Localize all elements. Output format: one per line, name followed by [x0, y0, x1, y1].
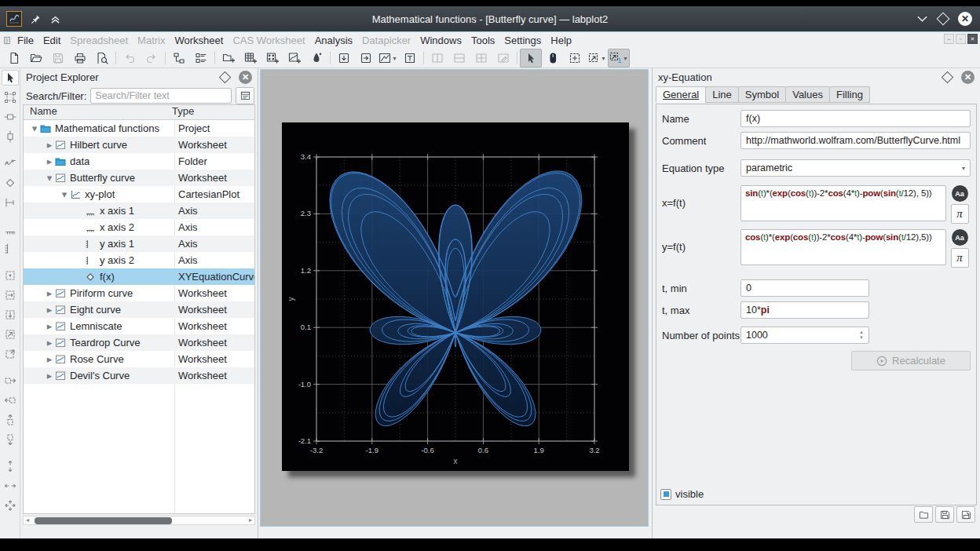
tree-row[interactable]: ▸LemniscateWorksheet: [24, 318, 254, 334]
search-input[interactable]: [90, 88, 232, 104]
toolbar-new-note-button[interactable]: [305, 49, 327, 68]
toolbar-new-spreadsheet-button[interactable]: [240, 49, 261, 68]
close-icon[interactable]: ✕: [958, 12, 972, 26]
toolbar-undo-button[interactable]: [119, 49, 141, 68]
float-panel-icon[interactable]: [942, 71, 954, 84]
expand-closed-icon[interactable]: ▸: [45, 287, 54, 299]
column-header-type[interactable]: Type: [168, 105, 194, 119]
plot-tool-shift-down-button[interactable]: [2, 432, 19, 447]
spinner-arrows-icon[interactable]: ▲▼: [859, 330, 864, 340]
expand-closed-icon[interactable]: ▸: [45, 370, 54, 381]
scroll-left-icon[interactable]: ◂: [24, 517, 31, 524]
close-panel-icon[interactable]: ✕: [239, 71, 252, 84]
toolbar-select-mode-button[interactable]: [520, 49, 542, 68]
y-equation-field[interactable]: cos(t)*(exp(cos(t))-2*cos(4*t)-pow(sin(t…: [740, 229, 946, 265]
menu-datapicker[interactable]: Datapicker: [357, 34, 415, 47]
tree-header[interactable]: Name Type: [24, 105, 254, 120]
insert-constant-button[interactable]: π: [951, 204, 969, 224]
plot-tool-zoom-select-button[interactable]: [2, 268, 19, 283]
tree-row[interactable]: y axis 2Axis: [24, 252, 254, 268]
filter-options-button[interactable]: [236, 87, 254, 104]
toolbar-new-document-button[interactable]: [3, 49, 25, 68]
tree-row[interactable]: ▸Piriform curveWorksheet: [24, 285, 254, 301]
plot-tool-scale-auto-button[interactable]: [2, 498, 19, 513]
plot-tool-box-h-range-button[interactable]: [2, 109, 19, 125]
plot-tool-zoom-fit-button[interactable]: [2, 327, 19, 342]
expand-open-icon[interactable]: ▾: [45, 172, 54, 184]
menu-windows[interactable]: Windows: [415, 34, 466, 47]
plot-tool-zoom-y-select-button[interactable]: [2, 307, 19, 323]
tree-row[interactable]: ▸Devil's CurveWorksheet: [24, 367, 254, 384]
equation-type-select[interactable]: parametric ▾: [740, 159, 971, 177]
expand-closed-icon[interactable]: ▸: [45, 304, 54, 316]
expand-closed-icon[interactable]: ▸: [45, 139, 54, 151]
toolbar-import-sql-button[interactable]: [355, 49, 377, 68]
name-field[interactable]: f(x): [740, 110, 971, 127]
tmin-field[interactable]: 0: [740, 279, 869, 297]
mdi-minimize-icon[interactable]: –: [944, 34, 954, 44]
expand-open-icon[interactable]: ▾: [60, 188, 69, 200]
load-template-button[interactable]: [914, 506, 933, 523]
tab-filling[interactable]: Filling: [829, 86, 870, 103]
save-template-button[interactable]: [935, 506, 954, 523]
float-panel-icon[interactable]: [219, 71, 232, 84]
plot-tool-shift-up-button[interactable]: [2, 412, 19, 428]
tmax-field[interactable]: 10*pi: [740, 301, 869, 319]
horizontal-scrollbar[interactable]: ◂ ▸: [23, 516, 255, 525]
toolbar-layout-horizontal-button[interactable]: [448, 49, 470, 68]
comment-field[interactable]: http://mathworld.wolfram.com/ButterflyCu…: [740, 132, 971, 149]
plot-tool-equation-curve-button[interactable]: [2, 175, 19, 191]
toolbar-new-folder-button[interactable]: [218, 49, 240, 68]
save-as-template-button[interactable]: [956, 506, 975, 523]
expand-closed-icon[interactable]: ▸: [45, 353, 54, 365]
toolbar-properties-explorer-button[interactable]: [190, 49, 212, 68]
plot-tool-axis-vertical-button[interactable]: [2, 241, 19, 257]
toolbar-open-folder-button[interactable]: [25, 49, 47, 68]
toolbar-layout-edit-button[interactable]: [492, 49, 514, 68]
toolbar-new-matrix-button[interactable]: [261, 49, 283, 68]
tree-row[interactable]: ▸Rose CurveWorksheet: [24, 351, 254, 367]
menu-cas-worksheet[interactable]: CAS Worksheet: [228, 34, 309, 47]
mdi-restore-icon[interactable]: ▫: [956, 34, 966, 44]
worksheet-page[interactable]: -3.2-1.9-0.60.61.93.23.42.31.20.1-1.0-2.…: [282, 122, 629, 471]
visible-checkbox[interactable]: [660, 489, 671, 500]
toolbar-import-file-button[interactable]: [333, 49, 355, 68]
tree-row[interactable]: ▸Teardrop CurveWorksheet: [24, 334, 254, 351]
scroll-right-icon[interactable]: ▸: [247, 517, 254, 524]
toolbar-new-plot-button[interactable]: ▼: [377, 49, 399, 68]
toolbar-print-button[interactable]: [69, 49, 91, 68]
menu-edit[interactable]: Edit: [38, 34, 65, 47]
plot-tool-custom-point-button[interactable]: [2, 195, 19, 210]
tree-row[interactable]: x axis 2Axis: [24, 219, 254, 235]
expand-closed-icon[interactable]: ▸: [45, 320, 54, 332]
tab-general[interactable]: General: [656, 86, 706, 103]
x-equation-field[interactable]: sin(t)*(exp(cos(t))-2*cos(4*t)-pow(sin(t…: [740, 185, 946, 221]
toolbar-project-explorer-button[interactable]: [168, 49, 190, 68]
expand-closed-icon[interactable]: ▸: [45, 155, 54, 167]
menu-worksheet[interactable]: Worksheet: [170, 34, 228, 47]
plot-tool-zoom-fit-corner-button[interactable]: [2, 346, 19, 362]
toolbar-save-button[interactable]: [47, 49, 69, 68]
butterfly-plot-svg[interactable]: -3.2-1.9-0.60.61.93.23.42.31.20.1-1.0-2.…: [282, 122, 629, 471]
toolbar-redo-button[interactable]: [141, 49, 163, 68]
minimize-icon[interactable]: [916, 15, 928, 23]
plot-tool-shift-right-button[interactable]: [2, 373, 19, 389]
plot-tool-scale-auto-x-button[interactable]: [2, 478, 19, 494]
plot-tool-axis-horizontal-button[interactable]: [2, 221, 19, 237]
tree-row[interactable]: x axis 1Axis: [24, 203, 254, 219]
toolbar-new-worksheet-button[interactable]: [283, 49, 305, 68]
close-panel-icon[interactable]: ✕: [961, 71, 975, 84]
menu-spreadsheet[interactable]: Spreadsheet: [65, 34, 133, 47]
expand-open-icon[interactable]: ▾: [30, 122, 39, 134]
plot-tool-xy-curve-button[interactable]: [2, 155, 19, 171]
menu-matrix[interactable]: Matrix: [133, 34, 170, 47]
tree-row[interactable]: ▾xy-plotCartesianPlot: [24, 186, 254, 203]
tab-values[interactable]: Values: [785, 86, 830, 103]
plot-tool-box-v-range-button[interactable]: [2, 129, 19, 144]
scrollbar-thumb[interactable]: [35, 517, 172, 524]
plot-tool-scale-auto-y-button[interactable]: [2, 458, 19, 474]
tree-row[interactable]: f(x)XYEquationCurve: [24, 268, 254, 285]
menu-file[interactable]: File: [13, 34, 38, 47]
toolbar-layout-vertical-button[interactable]: [426, 49, 448, 68]
pin-icon[interactable]: [31, 14, 41, 24]
